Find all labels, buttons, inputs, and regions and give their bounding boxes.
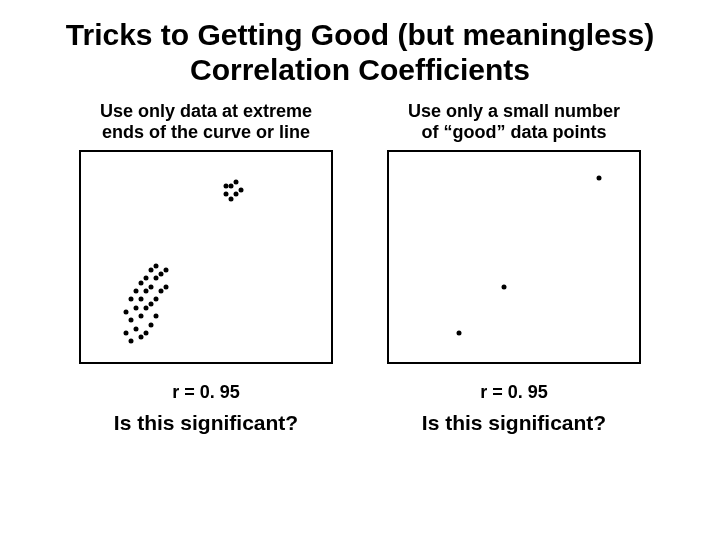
data-point <box>134 326 139 331</box>
left-r-value: r = 0. 95 <box>114 382 298 403</box>
panel-right: Use only a small number of “good” data p… <box>384 101 644 435</box>
right-subtitle: Use only a small number of “good” data p… <box>408 101 620 142</box>
data-point <box>159 272 164 277</box>
data-point <box>129 339 134 344</box>
data-point <box>234 192 239 197</box>
data-point <box>234 179 239 184</box>
data-point <box>224 192 229 197</box>
data-point <box>134 305 139 310</box>
data-point <box>149 267 154 272</box>
data-point <box>149 301 154 306</box>
data-point <box>149 284 154 289</box>
data-point <box>239 188 244 193</box>
data-point <box>144 330 149 335</box>
data-point <box>129 297 134 302</box>
data-point <box>139 335 144 340</box>
data-point <box>124 330 129 335</box>
data-point <box>154 263 159 268</box>
page-title: Tricks to Getting Good (but meaningless)… <box>0 0 720 93</box>
data-point <box>129 318 134 323</box>
data-point <box>139 280 144 285</box>
data-point <box>139 314 144 319</box>
data-point <box>164 284 169 289</box>
data-point <box>149 322 154 327</box>
right-subtitle-line1: Use only a small number <box>408 101 620 122</box>
left-subtitle: Use only data at extreme ends of the cur… <box>100 101 312 142</box>
data-point <box>229 196 234 201</box>
panel-left: Use only data at extreme ends of the cur… <box>76 101 336 435</box>
scatter-plot-right <box>387 150 641 364</box>
left-sig-question: Is this significant? <box>114 411 298 435</box>
data-point <box>134 288 139 293</box>
data-point <box>457 330 462 335</box>
panel-row: Use only data at extreme ends of the cur… <box>0 93 720 435</box>
data-point <box>139 297 144 302</box>
data-point <box>154 276 159 281</box>
right-subtitle-line2: of “good” data points <box>408 122 620 143</box>
right-r-value: r = 0. 95 <box>422 382 606 403</box>
data-point <box>154 314 159 319</box>
data-point <box>144 276 149 281</box>
data-point <box>144 305 149 310</box>
data-point <box>144 288 149 293</box>
data-point <box>159 288 164 293</box>
left-subtitle-line1: Use only data at extreme <box>100 101 312 122</box>
data-point <box>164 267 169 272</box>
data-point <box>502 284 507 289</box>
right-sig-question: Is this significant? <box>422 411 606 435</box>
data-point <box>224 183 229 188</box>
left-subtitle-line2: ends of the curve or line <box>100 122 312 143</box>
left-caption: r = 0. 95 Is this significant? <box>114 382 298 435</box>
data-point <box>597 175 602 180</box>
scatter-plot-left <box>79 150 333 364</box>
data-point <box>154 297 159 302</box>
data-point <box>229 183 234 188</box>
right-caption: r = 0. 95 Is this significant? <box>422 382 606 435</box>
data-point <box>124 309 129 314</box>
